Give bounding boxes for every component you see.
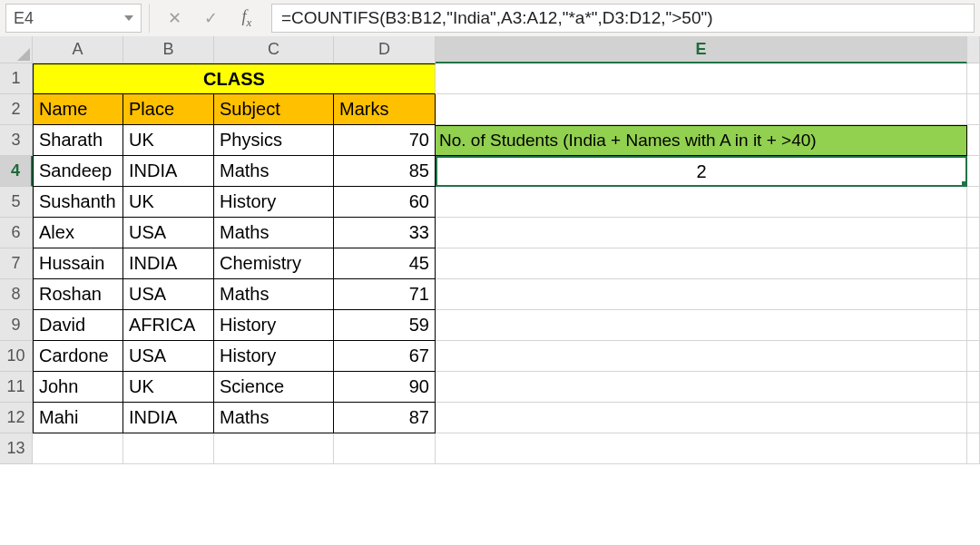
cell-F4[interactable] [967,156,980,187]
cell-F12[interactable] [967,403,980,433]
row-header-7[interactable]: 7 [0,248,33,279]
col-header-D[interactable]: D [334,36,436,63]
cell-C11[interactable]: Science [214,372,334,403]
cell-B4[interactable]: INDIA [123,156,214,187]
cell-B2[interactable]: Place [123,94,214,125]
cell-A5[interactable]: Sushanth [33,187,123,218]
cell-C9[interactable]: History [214,310,334,341]
cell-B11[interactable]: UK [123,372,214,403]
spreadsheet-grid[interactable]: A B C D E 1 CLASS 2 Name Place Subject M… [0,36,980,464]
row-header-13[interactable]: 13 [0,433,33,464]
cell-F9[interactable] [967,310,980,341]
cell-A9[interactable]: David [33,310,123,341]
cell-E13[interactable] [436,433,967,464]
cell-D6[interactable]: 33 [334,218,436,248]
cell-C4[interactable]: Maths [214,156,334,187]
cell-D10[interactable]: 67 [334,341,436,372]
cell-F8[interactable] [967,279,980,310]
cell-F5[interactable] [967,187,980,218]
cell-B12[interactable]: INDIA [123,403,214,433]
cell-F2[interactable] [967,94,980,125]
cell-E6[interactable] [436,218,967,248]
cell-E2[interactable] [436,94,967,125]
cell-D5[interactable]: 60 [334,187,436,218]
row-header-8[interactable]: 8 [0,279,33,310]
row-header-5[interactable]: 5 [0,187,33,218]
cell-B9[interactable]: AFRICA [123,310,214,341]
cell-A11[interactable]: John [33,372,123,403]
cell-C5[interactable]: History [214,187,334,218]
row-header-3[interactable]: 3 [0,125,33,156]
cell-F7[interactable] [967,248,980,279]
row-header-2[interactable]: 2 [0,94,33,125]
cell-F10[interactable] [967,341,980,372]
dropdown-icon[interactable] [124,15,133,21]
cell-C12[interactable]: Maths [214,403,334,433]
cell-C7[interactable]: Chemistry [214,248,334,279]
cell-B7[interactable]: INDIA [123,248,214,279]
row-header-4[interactable]: 4 [0,156,33,187]
name-box[interactable]: E4 [5,4,142,33]
cell-E9[interactable] [436,310,967,341]
cell-E3[interactable]: No. of Students (India + Names with A in… [436,125,967,156]
cell-C13[interactable] [214,433,334,464]
cell-B3[interactable]: UK [123,125,214,156]
cell-A10[interactable]: Cardone [33,341,123,372]
col-header-A[interactable]: A [33,36,123,63]
cell-E4[interactable]: 2 [436,156,967,187]
col-header-B[interactable]: B [123,36,214,63]
cell-D7[interactable]: 45 [334,248,436,279]
cell-E12[interactable] [436,403,967,433]
cell-E5[interactable] [436,187,967,218]
row-header-12[interactable]: 12 [0,403,33,433]
cell-A12[interactable]: Mahi [33,403,123,433]
formula-input[interactable]: =COUNTIFS(B3:B12,"India",A3:A12,"*a*",D3… [271,4,975,33]
cell-D2[interactable]: Marks [334,94,436,125]
cell-A4[interactable]: Sandeep [33,156,123,187]
cell-E10[interactable] [436,341,967,372]
cell-A3[interactable]: Sharath [33,125,123,156]
row-header-9[interactable]: 9 [0,310,33,341]
cell-C3[interactable]: Physics [214,125,334,156]
cell-A6[interactable]: Alex [33,218,123,248]
cell-E7[interactable] [436,248,967,279]
cell-D8[interactable]: 71 [334,279,436,310]
cell-E8[interactable] [436,279,967,310]
cell-E11[interactable] [436,372,967,403]
cell-D4[interactable]: 85 [334,156,436,187]
cell-A2[interactable]: Name [33,94,123,125]
cell-F3[interactable] [967,125,980,156]
col-header-C[interactable]: C [214,36,334,63]
cell-B8[interactable]: USA [123,279,214,310]
cell-E1[interactable] [436,63,967,94]
cell-B5[interactable]: UK [123,187,214,218]
row-header-10[interactable]: 10 [0,341,33,372]
cell-C6[interactable]: Maths [214,218,334,248]
select-all-cell[interactable] [0,36,33,63]
row-header-1[interactable]: 1 [0,63,33,94]
row-header-6[interactable]: 6 [0,218,33,248]
insert-function-button[interactable]: fx [235,6,259,30]
cancel-button[interactable]: ✕ [162,6,186,30]
row-header-11[interactable]: 11 [0,372,33,403]
cell-B13[interactable] [123,433,214,464]
cell-C8[interactable]: Maths [214,279,334,310]
cell-F11[interactable] [967,372,980,403]
enter-button[interactable]: ✓ [199,6,222,30]
cell-D3[interactable]: 70 [334,125,436,156]
cell-C10[interactable]: History [214,341,334,372]
cell-F13[interactable] [967,433,980,464]
cell-F6[interactable] [967,218,980,248]
cell-A7[interactable]: Hussain [33,248,123,279]
cell-C2[interactable]: Subject [214,94,334,125]
col-header-E[interactable]: E [436,36,967,63]
cell-A13[interactable] [33,433,123,464]
cell-A1[interactable]: CLASS [33,63,436,94]
cell-B10[interactable]: USA [123,341,214,372]
cell-D9[interactable]: 59 [334,310,436,341]
cell-A8[interactable]: Roshan [33,279,123,310]
cell-D11[interactable]: 90 [334,372,436,403]
cell-D13[interactable] [334,433,436,464]
cell-D12[interactable]: 87 [334,403,436,433]
cell-F1[interactable] [967,63,980,94]
